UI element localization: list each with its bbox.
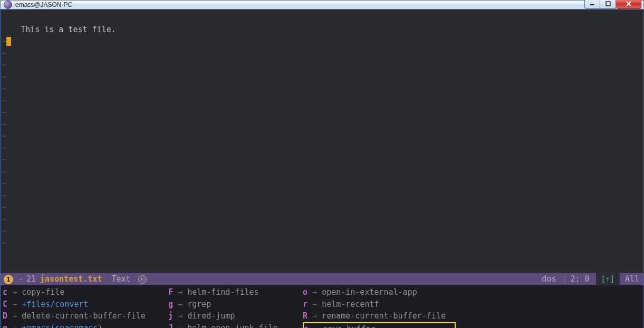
arrow-icon: → — [173, 311, 187, 321]
empty-line-marker: ~ — [2, 237, 643, 249]
window-titlebar: emacs@JASON-PC — [0, 0, 644, 9]
empty-line-marker: ~ — [2, 35, 643, 47]
modeline-major-mode[interactable]: Text — [112, 273, 131, 285]
empty-line-marker: ~ — [2, 71, 643, 83]
modeline-circle-icon: Ⓚ — [138, 275, 147, 284]
arrow-icon: → — [307, 300, 322, 309]
empty-line-marker: ~ — [2, 119, 643, 131]
which-key-panel: c → copy-fileF → helm-find-fileso → open… — [1, 285, 643, 328]
which-key-item[interactable]: D → delete-current-buffer-file — [3, 310, 168, 322]
which-key-key: D — [3, 311, 7, 321]
arrow-icon: → — [307, 311, 322, 321]
which-key-key: R — [303, 311, 307, 321]
which-key-item[interactable]: j → dired-jump — [168, 310, 303, 322]
arrow-icon: → — [7, 300, 22, 309]
modeline-filename[interactable]: jasontest.txt — [40, 273, 102, 285]
which-key-row: e → +emacs(spacemacs)J → helm-open-junk-… — [3, 322, 643, 329]
arrow-icon: → — [7, 323, 22, 329]
which-key-item[interactable]: o → open-in-external-app — [303, 286, 456, 298]
which-key-item[interactable]: r → helm-recentf — [303, 298, 456, 311]
emacs-frame: This is a test file. ~~~~~~~~~~~~~~~~~~ … — [0, 9, 644, 328]
which-key-key: c — [3, 287, 7, 297]
app-icon — [4, 1, 12, 9]
arrow-icon: → — [7, 287, 22, 297]
which-key-command: delete-current-buffer-file — [22, 311, 146, 321]
which-key-item[interactable]: F → helm-find-files — [168, 286, 303, 298]
which-key-command: helm-open-junk-file — [187, 323, 278, 329]
empty-line-marker: ~ — [2, 47, 643, 60]
empty-line-marker: ~ — [2, 130, 643, 142]
which-key-key: C — [3, 300, 7, 309]
which-key-key: r — [303, 300, 307, 309]
which-key-row: c → copy-fileF → helm-find-fileso → open… — [3, 286, 643, 298]
which-key-item[interactable]: R → rename-current-buffer-file — [303, 310, 456, 322]
empty-line-marker: ~ — [2, 214, 643, 226]
which-key-row: C → +files/convertg → rgrepr → helm-rece… — [3, 298, 643, 311]
svg-rect-1 — [606, 2, 610, 6]
empty-line-marker: ~ — [2, 83, 643, 95]
which-key-item[interactable]: e → +emacs(spacemacs) — [3, 322, 168, 329]
which-key-command: rename-current-buffer-file — [322, 311, 446, 321]
arrow-icon: → — [307, 287, 322, 297]
modeline-encoding: dos — [542, 273, 556, 285]
arrow-icon: → — [309, 324, 323, 329]
modeline-percent: All — [623, 273, 643, 285]
which-key-key: j — [168, 311, 173, 321]
arrow-icon: → — [173, 287, 187, 297]
modeline-position: 2: 0 — [570, 273, 589, 285]
text-buffer[interactable]: This is a test file. ~~~~~~~~~~~~~~~~~~ — [1, 9, 643, 273]
which-key-command: helm-find-files — [187, 287, 258, 297]
which-key-command: copy-file — [22, 287, 64, 297]
which-key-command: helm-recentf — [322, 300, 379, 309]
which-key-item[interactable]: c → copy-file — [3, 286, 168, 298]
window-close-button[interactable] — [616, 0, 641, 9]
which-key-key: o — [303, 287, 307, 297]
window-number-badge: 1 — [4, 275, 13, 284]
window-minimize-button[interactable] — [584, 0, 600, 9]
modeline-modified: - — [18, 273, 23, 285]
empty-line-marker: ~ — [2, 95, 643, 107]
which-key-key: g — [168, 300, 173, 309]
arrow-icon: → — [7, 311, 22, 321]
which-key-command: save-buffer — [323, 324, 375, 329]
which-key-command: dired-jump — [187, 311, 235, 321]
empty-line-marker: ~ — [2, 190, 643, 202]
empty-line-marker: ~ — [2, 166, 643, 178]
which-key-key: J — [168, 323, 173, 329]
empty-line-marker: ~ — [2, 154, 643, 166]
buffer-line: This is a test file. — [21, 25, 116, 34]
empty-line-marker: ~ — [2, 201, 643, 214]
empty-line-marker: ~ — [2, 59, 643, 71]
window-maximize-button[interactable] — [600, 0, 616, 9]
empty-line-marker: ~ — [2, 178, 643, 190]
which-key-command: +files/convert — [22, 300, 88, 309]
modeline-size: 21 — [26, 273, 36, 285]
arrow-icon: → — [173, 300, 187, 309]
which-key-key: s — [304, 324, 309, 329]
which-key-key: e — [3, 323, 7, 329]
which-key-command: open-in-external-app — [322, 287, 417, 297]
which-key-item[interactable]: C → +files/convert — [3, 298, 168, 311]
mode-line: 1 - 21 jasontest.txt Text Ⓚ dos | 2: 0 [… — [1, 273, 643, 285]
which-key-command: rgrep — [187, 300, 211, 309]
empty-line-marker: ~ — [2, 142, 643, 155]
which-key-command: +emacs(spacemacs) — [22, 323, 103, 329]
empty-line-marker: ~ — [2, 107, 643, 119]
empty-line-marker: ~ — [2, 225, 643, 237]
which-key-item[interactable]: g → rgrep — [168, 298, 303, 311]
which-key-row: D → delete-current-buffer-filej → dired-… — [3, 310, 643, 322]
window-title: emacs@JASON-PC — [15, 1, 72, 8]
which-key-item-highlighted[interactable]: s → save-buffer — [303, 322, 456, 329]
arrow-icon: → — [173, 323, 187, 329]
which-key-key: F — [168, 287, 173, 297]
which-key-item[interactable]: J → helm-open-junk-file — [168, 322, 303, 329]
cursor — [6, 37, 11, 46]
modeline-vc-indicator: [⇡] — [596, 273, 620, 286]
